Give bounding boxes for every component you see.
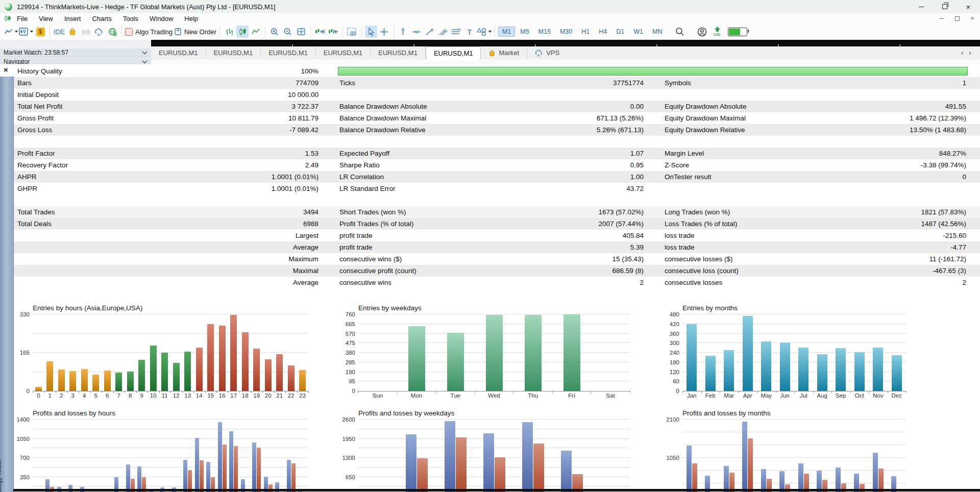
chart-tab-eurusd-5[interactable]: EURUSD,M1 <box>371 47 426 59</box>
toolbar-separator <box>342 26 343 37</box>
algo-trading-icon <box>125 28 133 36</box>
screenshot-button[interactable] <box>346 26 358 38</box>
x-axis-tick <box>813 391 814 393</box>
bar-6 <box>104 371 111 391</box>
signals-button[interactable]: ((o)) <box>80 26 92 38</box>
ide-button[interactable]: IDE <box>53 26 65 38</box>
mdi-close-button[interactable]: × <box>969 15 976 22</box>
stat-label: consecutive losses ($) <box>665 253 733 265</box>
timeframe-mn-button[interactable]: MN <box>648 27 666 37</box>
connection-level-indicator[interactable]: LVL <box>714 27 721 37</box>
chart-tab-eurusd-2[interactable]: EURUSD,M1 <box>206 47 261 59</box>
timeframe-d1-button[interactable]: D1 <box>612 27 628 37</box>
account-button[interactable] <box>696 26 708 38</box>
crosshair-tool-button[interactable] <box>378 26 390 38</box>
close-button[interactable]: × <box>957 0 980 13</box>
stat-value: 1821 (57.83%) <box>796 206 966 218</box>
bar-Sep <box>836 348 846 391</box>
market-store-button[interactable] <box>66 26 79 38</box>
menu-charts[interactable]: Charts <box>86 15 117 22</box>
menu-view[interactable]: View <box>33 15 59 22</box>
shift-end-button[interactable] <box>314 26 326 38</box>
community-button[interactable] <box>106 26 118 38</box>
menu-file[interactable]: File <box>11 15 33 22</box>
y-axis-tick-label: 190 <box>338 368 355 376</box>
horizontal-line-tool-button[interactable] <box>410 26 423 38</box>
bar-15 <box>207 324 214 391</box>
line-chart-button[interactable] <box>250 26 262 38</box>
chart-template-button[interactable] <box>19 26 33 38</box>
stat-value: 2 <box>485 277 644 288</box>
algo-trading-button[interactable]: Algo Trading <box>125 26 173 38</box>
x-axis-tick <box>739 391 739 393</box>
chart-tab-eurusd-active[interactable]: EURUSD,M1 <box>426 46 481 60</box>
vps-tab[interactable]: VPS <box>527 47 567 59</box>
line-chart-style-button[interactable] <box>4 26 18 38</box>
timeframe-m5-button[interactable]: M5 <box>516 27 533 37</box>
minimize-button[interactable] <box>910 0 933 13</box>
chart-tab-eurusd-4[interactable]: EURUSD,M1 <box>316 47 371 59</box>
bar-Apr <box>743 316 753 391</box>
new-order-button[interactable]: New Order <box>174 26 216 38</box>
x-axis-tick <box>720 391 720 393</box>
zoom-in-button[interactable] <box>268 26 281 38</box>
x-axis-tick <box>436 391 436 393</box>
auto-scroll-button[interactable] <box>327 26 339 38</box>
mdi-minimize-button[interactable] <box>938 15 945 22</box>
chart-plot-area: 060120180240300360420480JanFebMarAprMayJ… <box>682 314 906 391</box>
chevron-down-icon <box>30 31 33 33</box>
menu-tools[interactable]: Tools <box>117 15 144 22</box>
bar-chart-button[interactable] <box>223 26 235 38</box>
trendline-tool-button[interactable] <box>424 26 436 38</box>
maximize-button[interactable] <box>933 0 957 13</box>
menu-insert[interactable]: Insert <box>59 15 87 22</box>
toolbar-separator <box>219 26 220 37</box>
menu-help[interactable]: Help <box>179 15 204 22</box>
timeframe-m30-button[interactable]: M30 <box>556 27 576 37</box>
timeframe-h4-button[interactable]: H4 <box>595 27 611 37</box>
tab-scroll-left-icon[interactable] <box>961 51 963 55</box>
x-axis-tick-label: 4 <box>79 392 90 399</box>
deposit-button[interactable]: $ <box>34 26 46 38</box>
zoom-out-button[interactable] <box>282 26 294 38</box>
x-axis-tick-label: 19 <box>251 392 263 399</box>
chevron-down-icon[interactable] <box>142 49 148 56</box>
x-axis-tick-label: Tue <box>436 392 475 399</box>
vertical-line-tool-button[interactable] <box>397 26 409 38</box>
stat-value: 10 000.00 <box>153 89 318 101</box>
timeframe-h1-button[interactable]: H1 <box>577 27 594 37</box>
menu-window[interactable]: Window <box>144 15 179 22</box>
shapes-tool-button[interactable] <box>477 26 492 38</box>
tab-scroll-right-icon[interactable] <box>969 51 972 55</box>
chevron-down-icon <box>488 31 492 33</box>
stat-label: loss trade <box>665 230 695 241</box>
timeframe-m15-button[interactable]: M15 <box>534 27 555 37</box>
x-axis-tick-label: Mar <box>720 392 739 399</box>
bar-loss-Wed <box>495 457 505 492</box>
market-tab[interactable]: Market <box>481 47 527 59</box>
title-bar: 129914 - ThinkMarkets-Live - Hedge - TF … <box>0 0 980 14</box>
chart-tab-eurusd-3[interactable]: EURUSD,M1 <box>261 47 316 59</box>
gridline <box>33 467 308 468</box>
equidistant-lines-tool-button[interactable] <box>450 26 462 38</box>
text-tool-button[interactable]: T <box>463 26 476 38</box>
stat-value: Average <box>153 277 318 288</box>
stat-value: 1.0001 (0.01%) <box>153 183 318 194</box>
chart-tab-eurusd-1[interactable]: EURUSD,M1 <box>151 47 206 59</box>
x-axis-tick <box>906 391 906 393</box>
cloud-button[interactable] <box>93 26 105 38</box>
market-watch-header[interactable]: Market Watch: 23:58:57 <box>0 48 151 57</box>
x-axis-tick <box>56 391 56 393</box>
mdi-restore-button[interactable] <box>953 15 961 22</box>
search-button[interactable] <box>674 26 686 38</box>
tile-windows-button[interactable] <box>295 26 307 38</box>
timeframe-m1-button[interactable]: M1 <box>498 27 515 37</box>
strategy-tester-side-tab[interactable]: Strategy Tester <box>0 77 14 492</box>
report-row: Gross Profit10 811.79Balance Drawdown Ma… <box>0 112 980 124</box>
timeframe-w1-button[interactable]: W1 <box>629 27 647 37</box>
channel-tool-button[interactable] <box>437 26 449 38</box>
candlestick-chart-button[interactable] <box>236 26 249 38</box>
stat-label: consecutive wins <box>339 277 391 288</box>
stat-value: 1.0001 (0.01%) <box>153 171 318 183</box>
cursor-tool-button[interactable] <box>365 26 377 38</box>
